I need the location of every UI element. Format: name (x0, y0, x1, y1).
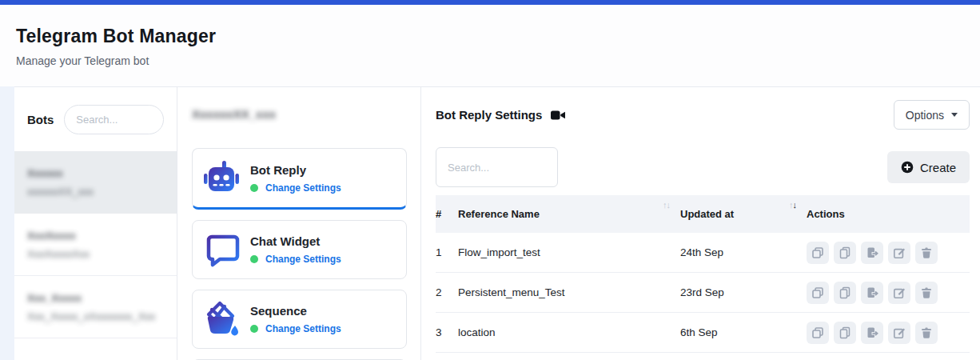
video-camera-icon (551, 110, 566, 121)
feature-card-body: Sequence Change Settings (250, 304, 341, 334)
bot-name: Xxx_Xxxxx (27, 292, 164, 304)
copy-button[interactable] (807, 282, 829, 304)
table-row: 1 Flow_import_test 24th Sep (436, 233, 970, 273)
bot-reply-settings-panel: Bot Reply Settings Options Create (421, 87, 980, 360)
chevron-down-icon (951, 113, 958, 117)
row-actions (807, 282, 970, 304)
bot-name: XxxXxxxx (27, 230, 164, 242)
bots-search-input[interactable] (64, 105, 164, 134)
export-icon (866, 286, 878, 299)
copy-icon (811, 326, 824, 339)
clone-button[interactable] (834, 242, 856, 264)
status-dot (250, 325, 258, 333)
status-dot (250, 255, 258, 263)
feature-card-chat-widget[interactable]: Chat Widget Change Settings (192, 220, 407, 279)
table-row: 3 location 6th Sep (436, 313, 970, 353)
bots-sidebar-header: Bots (14, 87, 177, 151)
bots-sidebar: Bots Xxxxxx xxxxxxXX_xxx XxxXxxxx XxxXxx… (14, 87, 177, 360)
delete-button[interactable] (915, 242, 938, 264)
edit-button[interactable] (888, 282, 910, 304)
export-button[interactable] (861, 322, 883, 344)
page-header: Telegram Bot Manager Manage your Telegra… (0, 5, 980, 86)
bot-list-item[interactable]: XxxXxxxx XxxXxxxxXxx (14, 214, 177, 276)
page-title: Telegram Bot Manager (16, 26, 980, 47)
clone-icon (839, 286, 851, 299)
change-settings-link[interactable]: Change Settings (265, 182, 341, 194)
delete-button[interactable] (915, 322, 938, 344)
bot-username: Xxx_Xxxxx_xXxxxxxxx_Xxx (27, 310, 164, 322)
sequence-icon (202, 300, 241, 338)
reference-name-cell: Persistent_menu_Test (458, 286, 663, 298)
chat-widget-icon (202, 230, 241, 269)
table-search-input[interactable] (436, 147, 558, 187)
bot-username: XxxXxxxxXxx (27, 248, 164, 260)
bot-username: xxxxxxXX_xxx (27, 186, 164, 198)
edit-icon (893, 286, 906, 299)
table-row: 2 Persistent_menu_Test 23rd Sep (436, 273, 970, 313)
clone-icon (839, 246, 851, 259)
edit-button[interactable] (888, 242, 910, 264)
plus-circle-icon (901, 161, 914, 174)
page-subtitle: Manage your Telegram bot (16, 54, 980, 67)
clone-icon (839, 326, 851, 339)
row-number: 1 (436, 246, 458, 258)
reference-name-cell: location (458, 326, 663, 338)
row-number: 3 (436, 326, 458, 338)
updated-at-cell: 24th Sep (680, 246, 789, 258)
bot-reply-table: # Reference Name ↑↓ Updated at ↑↓ Action… (436, 195, 970, 353)
copy-button[interactable] (807, 322, 829, 344)
updated-at-cell: 6th Sep (680, 326, 789, 338)
feature-card-body: Chat Widget Change Settings (250, 234, 341, 265)
reference-name-cell: Flow_import_test (458, 246, 663, 258)
status-dot (250, 184, 258, 192)
updated-at-cell: 23rd Sep (680, 286, 789, 298)
sort-icon-reference-name[interactable]: ↑↓ (663, 195, 680, 210)
trash-icon (920, 326, 933, 339)
export-icon (866, 246, 878, 259)
robot-icon (202, 159, 241, 198)
bot-feature-column: XxxxxxXX_xxx Bot Reply Ch (177, 87, 421, 360)
copy-icon (811, 286, 824, 299)
feature-title: Bot Reply (250, 163, 341, 177)
trash-icon (920, 286, 933, 299)
main-content: Bots Xxxxxx xxxxxxXX_xxx XxxXxxxx XxxXxx… (14, 86, 980, 360)
feature-title: Sequence (250, 304, 341, 318)
create-button[interactable]: Create (887, 151, 970, 183)
table-header-row: # Reference Name ↑↓ Updated at ↑↓ Action… (436, 195, 970, 233)
selected-bot-title: XxxxxxXX_xxx (192, 106, 407, 122)
copy-icon (811, 246, 824, 259)
clone-button[interactable] (834, 282, 856, 304)
bots-title: Bots (27, 113, 54, 126)
copy-button[interactable] (807, 242, 829, 264)
column-header-actions: Actions (807, 208, 970, 220)
export-button[interactable] (861, 242, 883, 264)
bot-list-item[interactable]: Xxxxxx xxxxxxXX_xxx (14, 151, 177, 214)
column-header-reference-name[interactable]: Reference Name (458, 208, 663, 220)
panel-title: Bot Reply Settings (436, 108, 542, 122)
trash-icon (920, 246, 933, 259)
row-actions (807, 322, 970, 344)
sort-icon-updated-at[interactable]: ↑↓ (789, 195, 807, 210)
edit-button[interactable] (888, 322, 910, 344)
export-button[interactable] (861, 282, 883, 304)
export-icon (866, 326, 878, 339)
row-number: 2 (436, 286, 458, 298)
delete-button[interactable] (915, 282, 938, 304)
feature-title: Chat Widget (250, 234, 341, 248)
feature-card-bot-reply[interactable]: Bot Reply Change Settings (192, 148, 407, 210)
change-settings-link[interactable]: Change Settings (265, 254, 341, 265)
clone-button[interactable] (834, 322, 856, 344)
feature-card-body: Bot Reply Change Settings (250, 163, 341, 194)
change-settings-link[interactable]: Change Settings (265, 323, 341, 334)
bot-list-item[interactable]: Xxx_Xxxxx Xxx_Xxxxx_xXxxxxxxx_Xxx (14, 276, 177, 338)
column-header-num: # (436, 208, 458, 220)
bot-list-item[interactable] (14, 338, 177, 360)
row-actions (807, 242, 970, 264)
edit-icon (893, 246, 906, 259)
edit-icon (893, 326, 906, 339)
bot-name: Xxxxxx (27, 167, 164, 179)
feature-card-sequence[interactable]: Sequence Change Settings (192, 290, 407, 349)
options-button[interactable]: Options (894, 100, 970, 130)
column-header-updated-at[interactable]: Updated at (680, 208, 789, 220)
